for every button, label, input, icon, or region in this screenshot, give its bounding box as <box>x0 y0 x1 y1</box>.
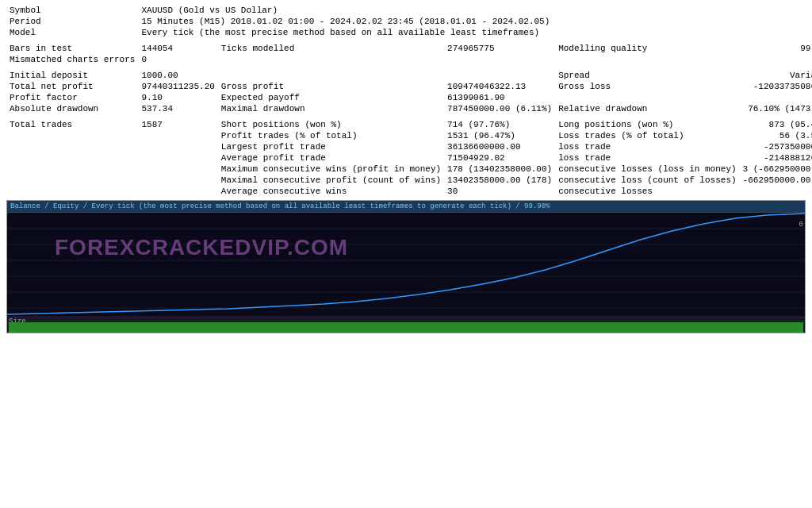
symbol-label: Symbol <box>6 5 138 16</box>
max-consec-losses-value: 3 (-662950000.00) <box>740 164 812 175</box>
spread-value: Variable <box>740 70 812 81</box>
largest-row: Largest profit trade 36136600000.00 loss… <box>6 141 812 152</box>
profit-factor-row: Profit factor 9.10 Expected payoff 61399… <box>6 92 812 103</box>
short-value: 714 (97.76%) <box>444 119 555 130</box>
maximal-profit-label: Maximal consecutive profit (count of win… <box>218 175 444 186</box>
gross-loss-value: -12033735086.93 <box>740 81 812 92</box>
avg-consec-losses-label: consecutive losses <box>555 186 739 197</box>
drawdown-row: Absolute drawdown 537.34 Maximal drawdow… <box>6 103 812 114</box>
quality-label: Modelling quality <box>555 43 739 54</box>
net-profit-row: Total net profit 97440311235.20 Gross pr… <box>6 81 812 92</box>
info-table: Symbol XAUUSD (Gold vs US Dollar) Period… <box>6 5 812 197</box>
period-value: 15 Minutes (M15) 2018.01.02 01:00 - 2024… <box>138 16 812 27</box>
max-consec-wins-label: Maximum consecutive wins (profit in mone… <box>218 164 444 175</box>
total-trades-row: Total trades 1587 Short positions (won %… <box>6 119 812 130</box>
report-container: Symbol XAUUSD (Gold vs US Dollar) Period… <box>0 0 812 508</box>
profit-trades-row: Profit trades (% of total) 1531 (96.47%)… <box>6 130 812 141</box>
ticks-label: Ticks modelled <box>218 43 444 54</box>
long-label: Long positions (won %) <box>555 119 739 130</box>
bars-label: Bars in test <box>6 43 138 54</box>
mismatched-row: Mismatched charts errors 0 <box>6 54 812 65</box>
long-value: 873 (95.42%) <box>740 119 812 130</box>
expected-payoff-value: 61399061.90 <box>444 92 555 103</box>
chart-body: FOREXCRACKEDVIP.COM 0 <box>7 213 805 316</box>
balance-equity-chart: Balance / Equity / Every tick (the most … <box>6 200 806 333</box>
total-trades-value: 1587 <box>138 119 217 130</box>
expected-payoff-label: Expected payoff <box>218 92 444 103</box>
quality-value: 99.90% <box>740 43 812 54</box>
max-consec-wins-value: 178 (13402358000.00) <box>444 164 555 175</box>
max-drawdown-value: 787450000.00 (6.11%) <box>444 103 555 114</box>
symbol-value: XAUUSD (Gold vs US Dollar) <box>138 5 812 16</box>
chart-header: Balance / Equity / Every tick (the most … <box>7 201 805 213</box>
largest-profit-value: 36136600000.00 <box>444 141 555 152</box>
model-row: Model Every tick (the most precise metho… <box>6 27 812 38</box>
avg-consec-wins-label: Average consecutive wins <box>218 186 444 197</box>
largest-loss-label: loss trade <box>555 141 739 152</box>
avg-profit-value: 71504929.02 <box>444 152 555 164</box>
avg-profit-label: Average profit trade <box>218 152 444 164</box>
max-consec-row: Maximum consecutive wins (profit in mone… <box>6 164 812 175</box>
loss-trades-value: 56 (3.53%) <box>740 130 812 141</box>
maximal-loss-value: -662950000.00 (3) <box>740 175 812 186</box>
largest-profit-label: Largest profit trade <box>218 141 444 152</box>
abs-drawdown-label: Absolute drawdown <box>6 103 138 114</box>
size-section: Size <box>7 316 805 333</box>
rel-drawdown-label: Relative drawdown <box>555 103 739 114</box>
maximal-loss-label: consecutive loss (count of losses) <box>555 175 739 186</box>
period-row: Period 15 Minutes (M15) 2018.01.02 01:00… <box>6 16 812 27</box>
gross-profit-value: 109474046322.13 <box>444 81 555 92</box>
profit-factor-label: Profit factor <box>6 92 138 103</box>
model-value: Every tick (the most precise method base… <box>138 27 812 38</box>
chart-header-text: Balance / Equity / Every tick (the most … <box>10 202 550 210</box>
avg-consec-row: Average consecutive wins 30 consecutive … <box>6 186 812 197</box>
period-label: Period <box>6 16 138 27</box>
avg-consec-wins-value: 30 <box>444 186 555 197</box>
deposit-row: Initial deposit 1000.00 Spread Variable <box>6 70 812 81</box>
loss-trades-label: Loss trades (% of total) <box>555 130 739 141</box>
maximal-consec-row: Maximal consecutive profit (count of win… <box>6 175 812 186</box>
model-label: Model <box>6 27 138 38</box>
equity-curve <box>7 213 805 316</box>
avg-loss-value: -214888126.55 <box>740 152 812 164</box>
mismatched-value: 0 <box>138 54 217 65</box>
profit-trades-label: Profit trades (% of total) <box>218 130 444 141</box>
bars-value: 144054 <box>138 43 217 54</box>
profit-factor-value: 9.10 <box>138 92 217 103</box>
rel-drawdown-value: 76.10% (1473.40) <box>740 103 812 114</box>
gross-loss-label: Gross loss <box>555 81 739 92</box>
short-label: Short positions (won %) <box>218 119 444 130</box>
mismatched-label: Mismatched charts errors <box>6 54 138 65</box>
avg-consec-losses-value: 1 <box>740 186 812 197</box>
symbol-row: Symbol XAUUSD (Gold vs US Dollar) <box>6 5 812 16</box>
average-row: Average profit trade 71504929.02 loss tr… <box>6 152 812 164</box>
total-trades-label: Total trades <box>6 119 138 130</box>
size-bar <box>9 322 803 333</box>
largest-loss-value: -257350000.00 <box>740 141 812 152</box>
gross-profit-label: Gross profit <box>218 81 444 92</box>
net-profit-label: Total net profit <box>6 81 138 92</box>
max-drawdown-label: Maximal drawdown <box>218 103 444 114</box>
profit-trades-value: 1531 (96.47%) <box>444 130 555 141</box>
ticks-value: 274965775 <box>444 43 555 54</box>
net-profit-value: 97440311235.20 <box>138 81 217 92</box>
abs-drawdown-value: 537.34 <box>138 103 217 114</box>
avg-loss-label: loss trade <box>555 152 739 164</box>
maximal-profit-value: 13402358000.00 (178) <box>444 175 555 186</box>
bars-row: Bars in test 144054 Ticks modelled 27496… <box>6 43 812 54</box>
spread-label: Spread <box>555 70 739 81</box>
deposit-label: Initial deposit <box>6 70 138 81</box>
deposit-value: 1000.00 <box>138 70 217 81</box>
max-consec-losses-label: consecutive losses (loss in money) <box>555 164 739 175</box>
